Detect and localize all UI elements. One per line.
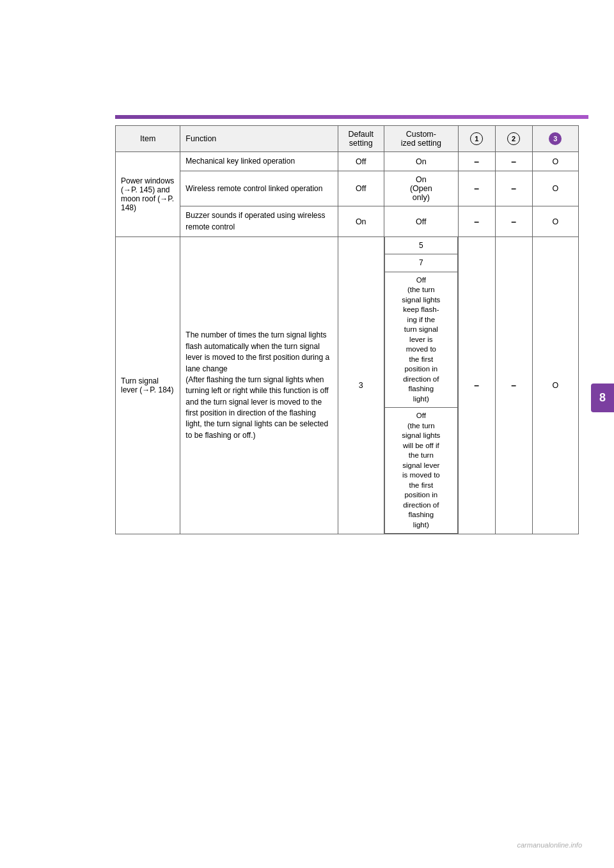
circle-2-icon: 2 xyxy=(507,132,520,145)
list-item: Off(the turnsignal lightskeep flash-ing … xyxy=(384,272,457,408)
custom-mechanical: On xyxy=(384,152,458,171)
c3-turn-signal: O xyxy=(532,237,578,534)
custom-wireless: On(Openonly) xyxy=(384,171,458,206)
header-col1: 1 xyxy=(458,126,495,152)
item-turn-signal: Turn signal lever (→P. 184) xyxy=(116,237,180,534)
c1-turn-signal: – xyxy=(458,237,495,534)
header-custom: Custom-ized setting xyxy=(384,126,458,152)
default-mechanical: Off xyxy=(338,152,384,171)
default-wireless: Off xyxy=(338,171,384,206)
table-row-turn-signal: Turn signal lever (→P. 184) The number o… xyxy=(116,237,579,534)
item-power-windows: Power windows (→P. 145) and moon roof (→… xyxy=(116,152,180,237)
c2-mechanical: – xyxy=(495,152,532,171)
custom-opt-off1: Off(the turnsignal lightskeep flash-ing … xyxy=(384,272,457,408)
table-wrapper: Item Function Defaultsetting Custom-ized… xyxy=(115,125,579,534)
function-buzzer: Buzzer sounds if operated using wireless… xyxy=(180,206,338,237)
header-function: Function xyxy=(180,126,338,152)
custom-turn-signal: 5 7 Off(the turnsignal lightskeep flash-… xyxy=(384,237,458,534)
function-turn-signal: The number of times the turn signal ligh… xyxy=(180,237,338,534)
c3-buzzer: O xyxy=(532,206,578,237)
list-item: 7 xyxy=(384,254,457,272)
table-row: Power windows (→P. 145) and moon roof (→… xyxy=(116,152,579,171)
function-wireless: Wireless remote control linked operation xyxy=(180,171,338,206)
header-default: Defaultsetting xyxy=(338,126,384,152)
list-item: 5 xyxy=(384,237,457,254)
function-mechanical: Mechanical key linked operation xyxy=(180,152,338,171)
watermark: carmanualonline.info xyxy=(517,841,582,849)
header-col2: 2 xyxy=(495,126,532,152)
default-buzzer: On xyxy=(338,206,384,237)
table-row: Buzzer sounds if operated using wireless… xyxy=(116,206,579,237)
c2-buzzer: – xyxy=(495,206,532,237)
section-tab: 8 xyxy=(591,384,614,412)
c2-wireless: – xyxy=(495,171,532,206)
accent-bar xyxy=(115,115,588,119)
custom-opt-7: 7 xyxy=(384,254,457,272)
circle-1-icon: 1 xyxy=(470,132,483,145)
c1-wireless: – xyxy=(458,171,495,206)
page: 8 Item Function Defaultsetting Custom-iz… xyxy=(0,0,614,868)
table-row: Wireless remote control linked operation… xyxy=(116,171,579,206)
c1-buzzer: – xyxy=(458,206,495,237)
header-col3: 3 xyxy=(532,126,578,152)
c3-wireless: O xyxy=(532,171,578,206)
custom-buzzer: Off xyxy=(384,206,458,237)
list-item: Off(the turnsignal lightswill be off ift… xyxy=(384,408,457,534)
settings-table: Item Function Defaultsetting Custom-ized… xyxy=(115,125,579,534)
header-item: Item xyxy=(116,126,180,152)
c2-turn-signal: – xyxy=(495,237,532,534)
c1-mechanical: – xyxy=(458,152,495,171)
default-turn-signal: 3 xyxy=(338,237,384,534)
custom-opt-5: 5 xyxy=(384,237,457,254)
c3-mechanical: O xyxy=(532,152,578,171)
custom-opt-off2: Off(the turnsignal lightswill be off ift… xyxy=(384,408,457,534)
circle-3-icon: 3 xyxy=(549,132,562,145)
